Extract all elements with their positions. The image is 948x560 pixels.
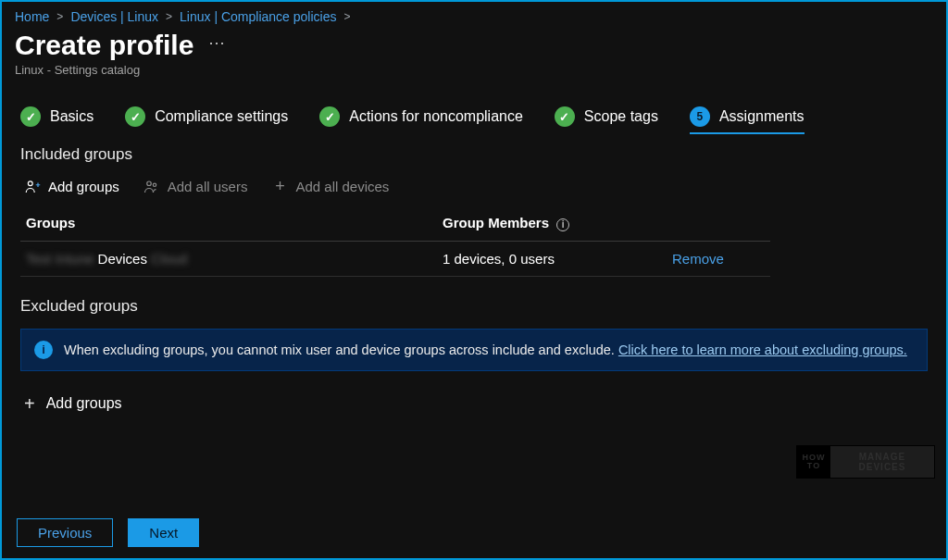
- step-actions-noncompliance[interactable]: ✓ Actions for noncompliance: [319, 106, 523, 127]
- included-groups-table: Groups Group Members i Test Intune Devic…: [20, 205, 770, 277]
- check-icon: ✓: [125, 106, 145, 127]
- svg-point-2: [153, 183, 156, 186]
- step-scope-tags[interactable]: ✓ Scope tags: [555, 106, 658, 127]
- chevron-right-icon: >: [343, 10, 350, 23]
- excluded-groups-section: Excluded groups: [2, 277, 946, 316]
- people-icon: [143, 179, 160, 195]
- breadcrumb: Home > Devices | Linux > Linux | Complia…: [2, 2, 946, 26]
- check-icon: ✓: [20, 106, 41, 127]
- breadcrumb-devices[interactable]: Devices | Linux: [70, 9, 158, 24]
- page-title: Create profile: [15, 30, 193, 61]
- table-row: Test Intune Devices Cloud 1 devices, 0 u…: [20, 242, 770, 277]
- step-label: Compliance settings: [155, 108, 288, 125]
- more-actions-icon[interactable]: ⋯: [208, 32, 227, 53]
- banner-text: When excluding groups, you cannot mix us…: [64, 342, 907, 357]
- remove-link[interactable]: Remove: [672, 251, 724, 267]
- step-assignments[interactable]: 5 Assignments: [690, 106, 805, 134]
- page-subtitle: Linux - Settings catalog: [15, 63, 933, 77]
- add-all-devices-label: Add all devices: [295, 179, 389, 194]
- plus-icon: +: [271, 177, 288, 196]
- included-toolbar: Add groups Add all users + Add all devic…: [2, 164, 946, 205]
- table-header: Groups Group Members i: [20, 205, 770, 242]
- title-block: Create profile ⋯ Linux - Settings catalo…: [2, 26, 946, 86]
- col-groups-header: Groups: [26, 215, 443, 231]
- chevron-right-icon: >: [166, 10, 172, 23]
- add-groups-label: Add groups: [48, 179, 119, 194]
- check-icon: ✓: [555, 106, 575, 127]
- step-number-icon: 5: [690, 106, 710, 127]
- breadcrumb-home[interactable]: Home: [15, 9, 49, 24]
- next-button[interactable]: Next: [128, 518, 199, 547]
- svg-point-0: [28, 180, 32, 185]
- wizard-footer: Previous Next: [17, 518, 199, 547]
- step-label: Scope tags: [584, 108, 658, 125]
- excluded-add-groups-label: Add groups: [46, 395, 122, 412]
- included-groups-section: Included groups: [2, 134, 946, 164]
- add-all-users-button[interactable]: Add all users: [143, 179, 248, 195]
- svg-point-1: [146, 181, 151, 186]
- included-groups-title: Included groups: [20, 145, 928, 164]
- plus-icon: +: [24, 393, 35, 415]
- info-icon[interactable]: i: [556, 218, 569, 231]
- excluded-add-groups-button[interactable]: + Add groups: [2, 371, 946, 415]
- breadcrumb-policies[interactable]: Linux | Compliance policies: [180, 9, 336, 24]
- col-members-header: Group Members i: [443, 215, 672, 231]
- watermark-logo: HOW TO MANAGE DEVICES: [796, 445, 935, 479]
- info-banner: i When excluding groups, you cannot mix …: [20, 329, 928, 371]
- previous-button[interactable]: Previous: [17, 518, 113, 547]
- check-icon: ✓: [319, 106, 340, 127]
- step-compliance-settings[interactable]: ✓ Compliance settings: [125, 106, 288, 127]
- add-groups-button[interactable]: Add groups: [24, 179, 119, 195]
- step-label: Assignments: [719, 108, 805, 125]
- group-members-cell: 1 devices, 0 users: [443, 251, 672, 267]
- step-label: Actions for noncompliance: [349, 108, 523, 125]
- banner-learn-more-link[interactable]: Click here to learn more about excluding…: [618, 342, 907, 357]
- add-all-devices-button[interactable]: + Add all devices: [271, 177, 389, 196]
- add-all-users-label: Add all users: [168, 179, 248, 194]
- group-name-cell: Test Intune Devices Cloud: [26, 251, 443, 267]
- chevron-right-icon: >: [56, 10, 63, 23]
- step-basics[interactable]: ✓ Basics: [20, 106, 94, 127]
- step-label: Basics: [50, 108, 94, 125]
- info-icon: i: [34, 341, 53, 359]
- person-plus-icon: [24, 179, 41, 195]
- wizard-steps: ✓ Basics ✓ Compliance settings ✓ Actions…: [2, 86, 946, 134]
- excluded-groups-title: Excluded groups: [20, 297, 928, 316]
